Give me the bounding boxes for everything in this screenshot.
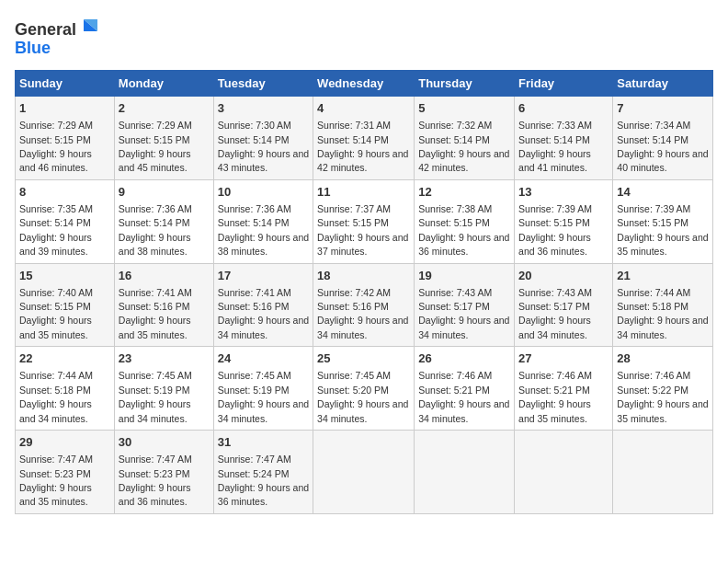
day-number: 13 (518, 184, 609, 201)
calendar-week-row: 15Sunrise: 7:40 AMSunset: 5:15 PMDayligh… (16, 263, 713, 347)
calendar-cell: 7Sunrise: 7:34 AMSunset: 5:14 PMDaylight… (613, 97, 713, 180)
calendar-cell: 25Sunrise: 7:45 AMSunset: 5:20 PMDayligh… (313, 347, 415, 431)
day-info: Sunrise: 7:33 AMSunset: 5:14 PMDaylight:… (518, 120, 592, 173)
calendar-cell: 4Sunrise: 7:31 AMSunset: 5:14 PMDaylight… (313, 97, 415, 180)
day-info: Sunrise: 7:46 AMSunset: 5:22 PMDaylight:… (617, 370, 708, 423)
calendar-cell (415, 431, 515, 514)
day-info: Sunrise: 7:38 AMSunset: 5:15 PMDaylight:… (418, 203, 509, 257)
day-number: 16 (119, 268, 210, 284)
day-number: 17 (218, 268, 309, 284)
weekday-header-sunday: Sunday (16, 71, 115, 97)
weekday-header-monday: Monday (114, 71, 213, 97)
calendar-cell: 9Sunrise: 7:36 AMSunset: 5:14 PMDaylight… (114, 179, 213, 263)
calendar-week-row: 29Sunrise: 7:47 AMSunset: 5:23 PMDayligh… (16, 431, 713, 514)
calendar-cell: 10Sunrise: 7:36 AMSunset: 5:14 PMDayligh… (213, 179, 313, 263)
day-info: Sunrise: 7:43 AMSunset: 5:17 PMDaylight:… (418, 287, 509, 340)
day-number: 5 (418, 100, 510, 117)
day-info: Sunrise: 7:32 AMSunset: 5:14 PMDaylight:… (418, 120, 509, 173)
day-number: 27 (518, 350, 609, 367)
calendar-cell: 28Sunrise: 7:46 AMSunset: 5:22 PMDayligh… (613, 347, 713, 431)
day-info: Sunrise: 7:40 AMSunset: 5:15 PMDaylight:… (19, 287, 93, 340)
day-info: Sunrise: 7:34 AMSunset: 5:14 PMDaylight:… (617, 120, 708, 173)
calendar-cell: 14Sunrise: 7:39 AMSunset: 5:15 PMDayligh… (613, 179, 713, 263)
calendar-cell: 30Sunrise: 7:47 AMSunset: 5:23 PMDayligh… (114, 431, 213, 514)
day-info: Sunrise: 7:31 AMSunset: 5:14 PMDaylight:… (317, 120, 408, 173)
calendar-cell: 19Sunrise: 7:43 AMSunset: 5:17 PMDayligh… (415, 263, 515, 347)
day-info: Sunrise: 7:45 AMSunset: 5:20 PMDaylight:… (317, 370, 408, 423)
day-number: 30 (119, 434, 210, 451)
calendar-cell: 20Sunrise: 7:43 AMSunset: 5:17 PMDayligh… (515, 263, 613, 347)
day-info: Sunrise: 7:47 AMSunset: 5:23 PMDaylight:… (119, 454, 192, 507)
day-info: Sunrise: 7:35 AMSunset: 5:14 PMDaylight:… (19, 203, 93, 257)
day-number: 10 (218, 184, 309, 201)
calendar-cell: 3Sunrise: 7:30 AMSunset: 5:14 PMDaylight… (213, 97, 313, 180)
calendar-week-row: 8Sunrise: 7:35 AMSunset: 5:14 PMDaylight… (16, 179, 713, 263)
day-number: 20 (518, 268, 609, 284)
calendar-cell: 16Sunrise: 7:41 AMSunset: 5:16 PMDayligh… (114, 263, 213, 347)
weekday-header-saturday: Saturday (613, 71, 713, 97)
day-info: Sunrise: 7:44 AMSunset: 5:18 PMDaylight:… (19, 370, 93, 423)
calendar-cell: 17Sunrise: 7:41 AMSunset: 5:16 PMDayligh… (213, 263, 313, 347)
day-number: 19 (418, 268, 510, 284)
calendar-table: SundayMondayTuesdayWednesdayThursdayFrid… (15, 70, 713, 514)
header: General Blue (15, 15, 713, 61)
weekday-header-row: SundayMondayTuesdayWednesdayThursdayFrid… (16, 71, 713, 97)
day-info: Sunrise: 7:47 AMSunset: 5:24 PMDaylight:… (218, 454, 309, 507)
calendar-cell: 29Sunrise: 7:47 AMSunset: 5:23 PMDayligh… (16, 431, 115, 514)
calendar-cell (515, 431, 613, 514)
calendar-cell: 23Sunrise: 7:45 AMSunset: 5:19 PMDayligh… (114, 347, 213, 431)
day-number: 21 (617, 268, 709, 284)
calendar-cell: 15Sunrise: 7:40 AMSunset: 5:15 PMDayligh… (16, 263, 115, 347)
day-number: 7 (617, 100, 709, 117)
day-info: Sunrise: 7:36 AMSunset: 5:14 PMDaylight:… (218, 203, 309, 257)
day-info: Sunrise: 7:42 AMSunset: 5:16 PMDaylight:… (317, 287, 408, 340)
day-info: Sunrise: 7:30 AMSunset: 5:14 PMDaylight:… (218, 120, 309, 173)
calendar-cell: 27Sunrise: 7:46 AMSunset: 5:21 PMDayligh… (515, 347, 613, 431)
day-info: Sunrise: 7:47 AMSunset: 5:23 PMDaylight:… (19, 454, 93, 507)
day-info: Sunrise: 7:29 AMSunset: 5:15 PMDaylight:… (119, 120, 192, 173)
calendar-cell: 2Sunrise: 7:29 AMSunset: 5:15 PMDaylight… (114, 97, 213, 180)
calendar-cell: 31Sunrise: 7:47 AMSunset: 5:24 PMDayligh… (213, 431, 313, 514)
day-info: Sunrise: 7:36 AMSunset: 5:14 PMDaylight:… (119, 203, 192, 257)
calendar-cell: 5Sunrise: 7:32 AMSunset: 5:14 PMDaylight… (415, 97, 515, 180)
day-number: 3 (218, 100, 309, 117)
logo: General Blue (15, 15, 97, 61)
day-number: 18 (317, 268, 410, 284)
day-number: 12 (418, 184, 510, 201)
calendar-cell: 22Sunrise: 7:44 AMSunset: 5:18 PMDayligh… (16, 347, 115, 431)
day-info: Sunrise: 7:43 AMSunset: 5:17 PMDaylight:… (518, 287, 592, 340)
day-number: 9 (119, 184, 210, 201)
svg-text:Blue: Blue (15, 39, 51, 57)
weekday-header-wednesday: Wednesday (313, 71, 415, 97)
svg-text:General: General (15, 20, 76, 39)
calendar-cell: 8Sunrise: 7:35 AMSunset: 5:14 PMDaylight… (16, 179, 115, 263)
calendar-cell: 18Sunrise: 7:42 AMSunset: 5:16 PMDayligh… (313, 263, 415, 347)
day-info: Sunrise: 7:39 AMSunset: 5:15 PMDaylight:… (617, 203, 708, 257)
day-number: 11 (317, 184, 410, 201)
day-number: 24 (218, 350, 309, 367)
weekday-header-thursday: Thursday (415, 71, 515, 97)
calendar-cell: 1Sunrise: 7:29 AMSunset: 5:15 PMDaylight… (16, 97, 115, 180)
calendar-cell (313, 431, 415, 514)
day-number: 15 (19, 268, 110, 284)
logo-icon: General Blue (15, 15, 97, 61)
day-info: Sunrise: 7:41 AMSunset: 5:16 PMDaylight:… (218, 287, 309, 340)
calendar-cell: 13Sunrise: 7:39 AMSunset: 5:15 PMDayligh… (515, 179, 613, 263)
day-info: Sunrise: 7:46 AMSunset: 5:21 PMDaylight:… (418, 370, 509, 423)
day-number: 6 (518, 100, 609, 117)
day-number: 2 (119, 100, 210, 117)
calendar-cell: 12Sunrise: 7:38 AMSunset: 5:15 PMDayligh… (415, 179, 515, 263)
day-number: 25 (317, 350, 410, 367)
calendar-cell: 6Sunrise: 7:33 AMSunset: 5:14 PMDaylight… (515, 97, 613, 180)
calendar-week-row: 1Sunrise: 7:29 AMSunset: 5:15 PMDaylight… (16, 97, 713, 180)
day-info: Sunrise: 7:44 AMSunset: 5:18 PMDaylight:… (617, 287, 708, 340)
day-number: 26 (418, 350, 510, 367)
calendar-cell: 11Sunrise: 7:37 AMSunset: 5:15 PMDayligh… (313, 179, 415, 263)
day-info: Sunrise: 7:45 AMSunset: 5:19 PMDaylight:… (218, 370, 309, 423)
day-number: 23 (119, 350, 210, 367)
day-number: 31 (218, 434, 309, 451)
day-number: 4 (317, 100, 410, 117)
day-info: Sunrise: 7:46 AMSunset: 5:21 PMDaylight:… (518, 370, 592, 423)
calendar-cell: 24Sunrise: 7:45 AMSunset: 5:19 PMDayligh… (213, 347, 313, 431)
day-number: 28 (617, 350, 709, 367)
